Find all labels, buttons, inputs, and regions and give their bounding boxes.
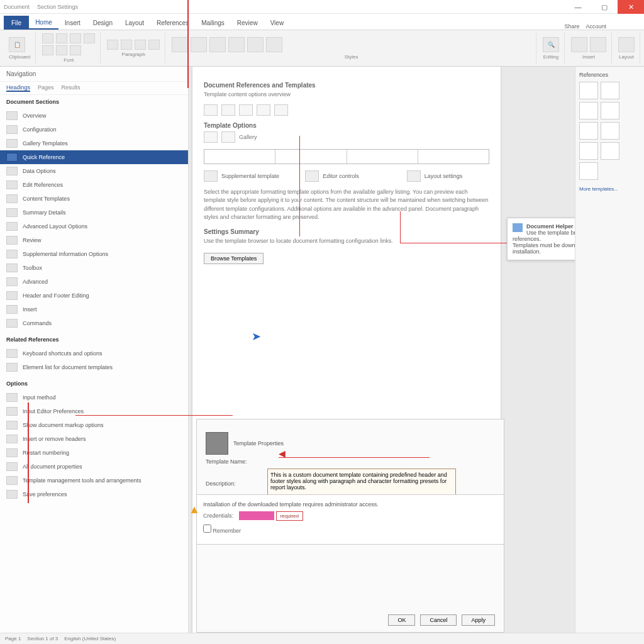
tab-file[interactable]: File — [4, 16, 29, 30]
ref-thumb[interactable] — [579, 162, 598, 180]
style-1[interactable] — [172, 37, 188, 52]
dlg-heading: Template Properties — [233, 440, 284, 447]
nav-item[interactable]: Gallery Templates — [0, 136, 188, 150]
nav-item[interactable]: Header and Footer Editing — [0, 289, 188, 303]
ref-thumb[interactable] — [579, 142, 598, 160]
annotation-line — [187, 0, 189, 88]
align-center-button[interactable] — [148, 40, 160, 50]
tab-view[interactable]: View — [264, 16, 291, 30]
ref-thumb[interactable] — [601, 142, 619, 160]
style-4[interactable] — [228, 37, 245, 52]
more-templates-link[interactable]: More templates... — [579, 186, 640, 192]
nav-tab-headings[interactable]: Headings — [6, 84, 30, 92]
nav-item-label: Commands — [23, 320, 52, 326]
nav-item[interactable]: Advanced — [0, 275, 188, 289]
tab-insert[interactable]: Insert — [58, 16, 87, 30]
cred-field[interactable] — [239, 511, 274, 520]
status-lang[interactable]: English (United States) — [64, 636, 116, 641]
status-section[interactable]: Section 1 of 3 — [27, 636, 58, 641]
bullets-button[interactable] — [107, 40, 118, 50]
italic-button[interactable] — [56, 33, 67, 43]
minimize-button[interactable]: — — [565, 0, 591, 14]
align-left-button[interactable] — [135, 40, 146, 50]
nav-item[interactable]: Summary Details — [0, 206, 188, 219]
nav-item[interactable]: Content Templates — [0, 192, 188, 206]
nav-item[interactable]: Advanced Layout Options — [0, 219, 188, 233]
paste-button[interactable]: 📋 — [9, 37, 25, 52]
ref-thumb[interactable] — [601, 82, 619, 99]
status-page[interactable]: Page 1 — [5, 636, 21, 641]
opt-1[interactable] — [204, 131, 218, 143]
nav-item[interactable]: Edit References — [0, 178, 188, 192]
close-button[interactable]: ✕ — [618, 0, 644, 14]
ref-thumb[interactable] — [601, 122, 619, 140]
nav-item[interactable]: Overview — [0, 109, 188, 123]
nav-item[interactable]: Supplemental Information Options — [0, 247, 188, 261]
tab-design[interactable]: Design — [87, 16, 119, 30]
tab-review[interactable]: Review — [231, 16, 264, 30]
tab-mailings[interactable]: Mailings — [195, 16, 231, 30]
nav-item-label: Quick Reference — [23, 154, 65, 160]
ref-thumb[interactable] — [579, 102, 598, 119]
opt-2[interactable] — [221, 131, 235, 143]
nav-item[interactable]: Element list for document templates — [0, 360, 188, 374]
font-color-button[interactable] — [84, 33, 95, 43]
ref-thumb[interactable] — [601, 102, 619, 119]
account-button[interactable]: Account — [586, 23, 606, 30]
mini-list[interactable] — [274, 104, 288, 116]
nav-item-icon — [6, 490, 18, 499]
nav-item-icon — [6, 421, 18, 430]
doc-p3: Use the template browser to locate docum… — [204, 237, 489, 246]
ok-button[interactable]: OK — [388, 614, 415, 626]
mini-align[interactable] — [257, 104, 270, 116]
mini-underline[interactable] — [239, 104, 253, 116]
share-button[interactable]: Share — [564, 23, 579, 30]
nav-item-icon — [6, 167, 18, 175]
nav-item[interactable]: Toolbox — [0, 261, 188, 275]
underline-button[interactable] — [70, 33, 81, 43]
nav-item[interactable]: Quick Reference — [0, 150, 188, 164]
font-size-up[interactable] — [42, 45, 53, 55]
style-5[interactable] — [247, 37, 264, 52]
nav-item[interactable]: Commands — [0, 316, 188, 330]
nav-item[interactable]: Configuration — [0, 123, 188, 136]
style-3[interactable] — [209, 37, 226, 52]
document-canvas[interactable]: Document References and Templates Templa… — [189, 67, 575, 643]
nav-tab-results[interactable]: Results — [62, 84, 80, 92]
picture-button[interactable] — [590, 37, 606, 52]
nav-tab-pages[interactable]: Pages — [38, 84, 54, 92]
mini-italic[interactable] — [221, 104, 235, 116]
find-button[interactable]: 🔍 — [543, 37, 559, 52]
nav-item-icon — [6, 111, 18, 120]
browse-button[interactable]: Browse Templates — [204, 253, 264, 264]
cancel-button[interactable]: Cancel — [420, 614, 457, 626]
annotation-line — [28, 402, 29, 503]
nav-item[interactable]: Insert — [0, 303, 188, 316]
margins-button[interactable] — [618, 37, 635, 52]
mini-bold[interactable] — [204, 104, 218, 116]
nav-item[interactable]: Data Options — [0, 164, 188, 178]
ref-thumb[interactable] — [579, 122, 598, 140]
row-icon-3 — [407, 170, 421, 182]
maximize-button[interactable]: ▢ — [591, 0, 618, 14]
nav-item[interactable]: Review — [0, 233, 188, 247]
group-layout: Layout — [613, 33, 640, 64]
credentials-dialog: Installation of the downloaded template … — [196, 494, 504, 545]
ref-thumb[interactable] — [579, 82, 598, 99]
tab-home[interactable]: Home — [29, 16, 58, 30]
style-2[interactable] — [191, 37, 207, 52]
style-6[interactable] — [266, 37, 282, 52]
page: Document References and Templates Templa… — [192, 67, 501, 633]
bold-button[interactable] — [42, 33, 53, 43]
nav-item-label: Content Templates — [23, 196, 70, 202]
tab-layout[interactable]: Layout — [119, 16, 150, 30]
nav-item-label: Restart numbering — [23, 450, 69, 456]
highlight-button[interactable] — [70, 45, 81, 55]
apply-button[interactable]: Apply — [462, 614, 495, 626]
ribbon-tabs: File Home Insert Design Layout Reference… — [0, 14, 644, 30]
nav-item[interactable]: Keyboard shortcuts and options — [0, 347, 188, 360]
table-button[interactable] — [571, 37, 587, 52]
numbering-button[interactable] — [121, 40, 132, 50]
remember-checkbox[interactable] — [203, 525, 211, 533]
font-size-down[interactable] — [56, 45, 67, 55]
